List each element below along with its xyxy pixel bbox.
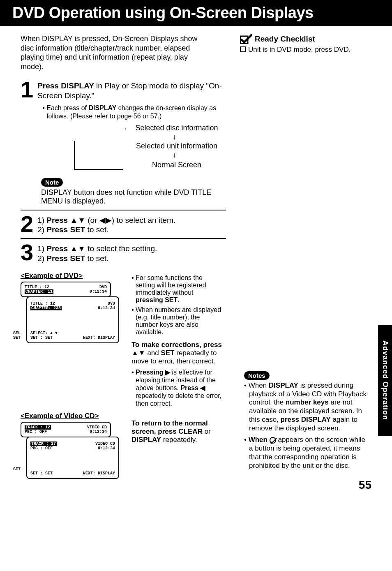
checkmark-icon xyxy=(240,34,252,44)
divider xyxy=(21,210,226,210)
step-2: 2 1) Press ▲▼ (or ◀▶) to select an item.… xyxy=(21,214,226,235)
flow-text-2: Selected unit information xyxy=(127,142,226,150)
checklist-title: Ready Checklist xyxy=(255,35,315,44)
flow-text-1: Selected disc information xyxy=(127,124,226,132)
page-number: 55 xyxy=(359,479,371,492)
step-number-1: 1 xyxy=(21,79,33,100)
checkbox-icon xyxy=(240,46,246,52)
notes-label: Notes xyxy=(244,371,270,380)
example-vcd-screen: TRACK : 12VIDEO CD PBC : OFF0:12:34 TRAC… xyxy=(21,422,119,488)
step-3: 3 1) Press ▲▼ to select the setting. 2) … xyxy=(21,242,226,264)
intro-text: When DISPLAY is pressed, On-Screen Displ… xyxy=(21,34,205,71)
example-note-2: • When numbers are displayed (e.g. title… xyxy=(131,306,222,336)
step1-bold: Press DISPLAY xyxy=(37,81,94,90)
corrections-block: To make corrections, press ▲▼ and SET re… xyxy=(131,341,222,408)
step-1: 1 Press DISPLAY in Play or Stop mode to … xyxy=(21,79,226,120)
side-tab-label: Advanced Operation xyxy=(381,340,390,420)
prohibit-icon xyxy=(270,437,276,444)
step-number-2: 2 xyxy=(21,214,33,234)
note-text: DISPLAY button does not function while D… xyxy=(41,188,214,206)
divider xyxy=(21,238,226,239)
arrow-right-icon: → xyxy=(120,125,127,133)
example-side-label: SET xyxy=(13,467,21,472)
arrow-down-icon: ↓ xyxy=(173,133,176,141)
notes-item-2: • When appears on the screen while a but… xyxy=(244,436,367,470)
flow-diagram: → Selected disc information ↓ Selected u… xyxy=(74,125,226,174)
step-number-3: 3 xyxy=(21,242,33,263)
example-dvd-screen: TITLE : 12DVD CHAPTER: 110:12:34 TITLE :… xyxy=(21,282,119,351)
example-side-label: SELSET xyxy=(13,331,21,340)
step1-bullet: • Each press of DISPLAY changes the on-s… xyxy=(42,104,226,120)
checklist-item: Unit is in DVD mode, press DVD. xyxy=(248,46,350,54)
ready-checklist: Ready Checklist Unit is in DVD mode, pre… xyxy=(240,34,367,54)
page-header: DVD Operation using On-Screen Displays xyxy=(0,0,392,26)
notes-item-1: • When DISPLAY is pressed during playbac… xyxy=(244,381,367,432)
example-note-1: • For some functions the setting will be… xyxy=(131,274,222,304)
return-block: To return to the normal screen, press CL… xyxy=(131,419,222,444)
notes-column: Notes • When DISPLAY is pressed during p… xyxy=(244,371,367,473)
arrow-down-icon: ↓ xyxy=(173,151,176,160)
side-tab: Advanced Operation xyxy=(378,325,392,436)
flow-text-3: Normal Screen xyxy=(127,161,226,169)
note-label: Note xyxy=(41,178,63,187)
example-vcd-header: <Example of Video CD> xyxy=(21,412,119,420)
example-dvd-header: <Example of DVD> xyxy=(21,272,119,280)
